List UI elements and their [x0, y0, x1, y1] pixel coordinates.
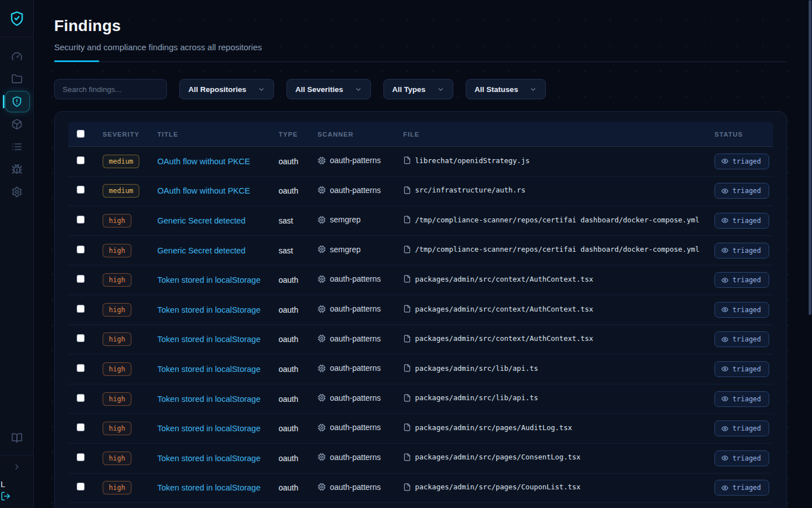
app-logo[interactable]: [0, 0, 33, 37]
row-checkbox[interactable]: [77, 275, 85, 283]
finding-title-link[interactable]: Token stored in localStorage: [157, 395, 261, 404]
scanner-name: oauth-patterns: [330, 393, 381, 402]
sidebar-item-docs[interactable]: [0, 427, 33, 449]
logout-button[interactable]: [1, 491, 33, 503]
column-header-scanner: SCANNER: [317, 131, 403, 138]
vertical-scrollbar-thumb[interactable]: [809, 0, 811, 315]
row-checkbox[interactable]: [77, 216, 85, 224]
file-icon: [403, 483, 411, 491]
file-cell: packages/admin/src/context/AuthContext.t…: [403, 334, 593, 343]
status-label: triaged: [732, 187, 761, 195]
file-cell: packages/admin/src/pages/ConsentLog.tsx: [403, 453, 581, 461]
finding-title-link[interactable]: Token stored in localStorage: [157, 483, 261, 492]
types-filter-dropdown[interactable]: All Types: [383, 79, 453, 99]
status-triaged-button[interactable]: triaged: [714, 450, 769, 466]
status-label: triaged: [732, 306, 761, 314]
search-input[interactable]: [54, 79, 167, 99]
scanner-name: oauth-patterns: [330, 304, 381, 313]
sidebar-item-bugs[interactable]: [0, 158, 33, 181]
status-label: triaged: [732, 217, 761, 225]
sidebar-item-settings[interactable]: [0, 181, 33, 203]
column-header-severity: SEVERITY: [103, 131, 157, 138]
scanner-cpu-icon: [317, 245, 326, 253]
row-checkbox[interactable]: [77, 334, 85, 342]
finding-title-link[interactable]: Token stored in localStorage: [157, 275, 261, 284]
finding-type: oauth: [279, 335, 298, 344]
status-triaged-button[interactable]: triaged: [714, 302, 769, 318]
eye-icon: [721, 247, 729, 254]
row-checkbox[interactable]: [77, 483, 85, 491]
row-checkbox[interactable]: [77, 305, 85, 313]
severity-badge: high: [103, 481, 131, 494]
scanner-cpu-icon: [317, 334, 326, 343]
select-all-checkbox[interactable]: [77, 130, 85, 138]
finding-title-link[interactable]: Token stored in localStorage: [157, 454, 261, 463]
severity-badge: high: [103, 332, 131, 346]
row-checkbox[interactable]: [77, 156, 85, 164]
row-checkbox[interactable]: [77, 423, 85, 431]
column-header-type: TYPE: [279, 131, 317, 138]
row-checkbox[interactable]: [77, 246, 85, 253]
finding-title-link[interactable]: Generic Secret detected: [157, 216, 245, 225]
file-icon: [403, 216, 411, 224]
file-icon: [403, 423, 411, 431]
status-triaged-button[interactable]: triaged: [714, 213, 769, 229]
finding-type: oauth: [279, 483, 298, 492]
finding-title-link[interactable]: Generic Secret detected: [157, 246, 245, 255]
status-triaged-button[interactable]: triaged: [714, 272, 769, 288]
finding-type: oauth: [279, 365, 298, 374]
finding-title-link[interactable]: Token stored in localStorage: [157, 305, 261, 314]
chevron-right-icon: [12, 462, 21, 471]
finding-title-link[interactable]: Token stored in localStorage: [157, 424, 261, 433]
sidebar-item-findings[interactable]: [0, 90, 33, 113]
eye-icon: [721, 306, 729, 313]
row-checkbox[interactable]: [77, 394, 85, 402]
file-path: packages/admin/src/context/AuthContext.t…: [415, 305, 593, 313]
severity-badge: high: [103, 273, 131, 287]
sidebar-item-list[interactable]: [0, 135, 33, 158]
table-row: high Token stored in localStorage oauth …: [68, 414, 773, 444]
row-checkbox[interactable]: [77, 186, 85, 194]
eye-icon: [721, 217, 729, 224]
sidebar-collapse-button[interactable]: [0, 456, 33, 478]
table-row: high Token stored in localStorage oauth …: [68, 295, 773, 325]
file-icon: [403, 335, 411, 343]
status-triaged-button[interactable]: triaged: [714, 361, 769, 377]
finding-title-link[interactable]: OAuth flow without PKCE: [157, 186, 250, 195]
eye-icon: [721, 395, 729, 402]
sidebar-item-packages[interactable]: [0, 113, 33, 135]
status-triaged-button[interactable]: triaged: [714, 154, 769, 169]
row-checkbox[interactable]: [77, 453, 85, 461]
row-checkbox[interactable]: [77, 364, 85, 372]
repositories-filter-dropdown[interactable]: All Repositories: [179, 79, 274, 99]
eye-icon: [721, 187, 729, 195]
file-cell: packages/admin/src/lib/api.ts: [403, 364, 538, 373]
finding-title-link[interactable]: Token stored in localStorage: [157, 365, 261, 374]
severity-badge: high: [103, 362, 131, 376]
severities-filter-dropdown[interactable]: All Severities: [286, 79, 371, 99]
sidebar-item-repositories[interactable]: [0, 68, 33, 90]
status-triaged-button[interactable]: triaged: [714, 183, 769, 199]
finding-title-link[interactable]: Token stored in localStorage: [157, 335, 261, 344]
chevron-down-icon: [355, 86, 362, 93]
status-triaged-button[interactable]: triaged: [714, 480, 769, 496]
scanner-cpu-icon: [317, 156, 326, 165]
finding-title-link[interactable]: OAuth flow without PKCE: [157, 157, 250, 166]
app-root: L Findings Security and compliance findi…: [0, 0, 812, 508]
scanner-name: oauth-patterns: [330, 274, 381, 283]
status-triaged-button[interactable]: triaged: [714, 331, 769, 347]
scanner-cpu-icon: [317, 393, 326, 402]
sidebar-item-dashboard[interactable]: [0, 45, 33, 68]
status-label: triaged: [732, 365, 761, 373]
status-triaged-button[interactable]: triaged: [714, 421, 769, 436]
statuses-filter-dropdown[interactable]: All Statuses: [466, 79, 546, 99]
status-label: triaged: [732, 276, 761, 284]
column-header-file: FILE: [403, 131, 714, 138]
scanner-name: oauth-patterns: [330, 483, 381, 492]
status-triaged-button[interactable]: triaged: [714, 391, 769, 407]
scanner-cell: oauth-patterns: [317, 453, 381, 462]
file-path: packages/admin/src/pages/ConsentLog.tsx: [415, 453, 581, 461]
status-triaged-button[interactable]: triaged: [714, 243, 769, 259]
chevron-down-icon: [529, 86, 537, 93]
eye-icon: [721, 425, 729, 432]
